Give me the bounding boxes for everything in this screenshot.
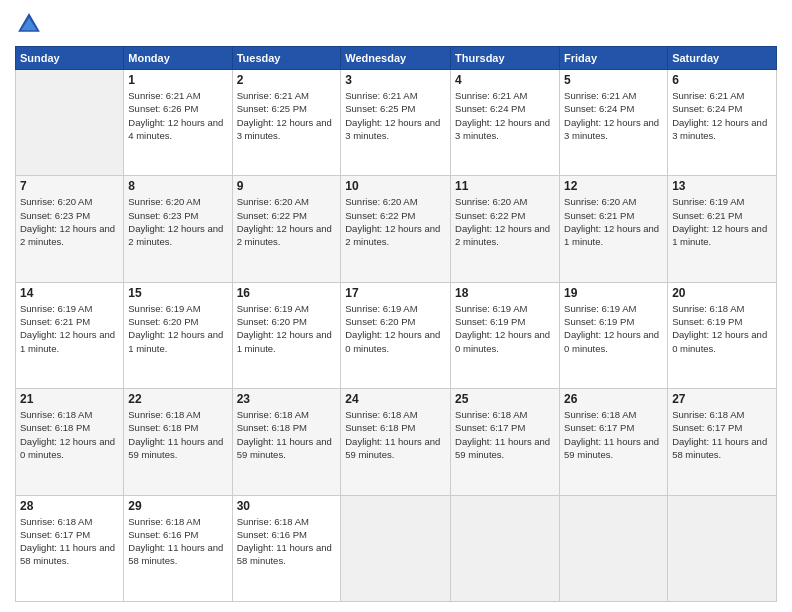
day-number: 9 [237, 179, 337, 193]
calendar-table: SundayMondayTuesdayWednesdayThursdayFrid… [15, 46, 777, 602]
weekday-header-saturday: Saturday [668, 47, 777, 70]
calendar-cell: 11Sunrise: 6:20 AMSunset: 6:22 PMDayligh… [451, 176, 560, 282]
day-info: Sunrise: 6:18 AMSunset: 6:18 PMDaylight:… [345, 408, 446, 461]
calendar-cell [16, 70, 124, 176]
weekday-header-thursday: Thursday [451, 47, 560, 70]
logo-icon [15, 10, 43, 38]
calendar-cell: 24Sunrise: 6:18 AMSunset: 6:18 PMDayligh… [341, 389, 451, 495]
day-info: Sunrise: 6:19 AMSunset: 6:20 PMDaylight:… [237, 302, 337, 355]
day-info: Sunrise: 6:21 AMSunset: 6:24 PMDaylight:… [564, 89, 663, 142]
calendar-cell: 15Sunrise: 6:19 AMSunset: 6:20 PMDayligh… [124, 282, 232, 388]
day-info: Sunrise: 6:18 AMSunset: 6:18 PMDaylight:… [20, 408, 119, 461]
day-number: 7 [20, 179, 119, 193]
calendar-cell: 28Sunrise: 6:18 AMSunset: 6:17 PMDayligh… [16, 495, 124, 601]
calendar-cell [341, 495, 451, 601]
weekday-header-monday: Monday [124, 47, 232, 70]
calendar-cell: 10Sunrise: 6:20 AMSunset: 6:22 PMDayligh… [341, 176, 451, 282]
day-number: 25 [455, 392, 555, 406]
day-number: 22 [128, 392, 227, 406]
calendar-cell: 29Sunrise: 6:18 AMSunset: 6:16 PMDayligh… [124, 495, 232, 601]
day-number: 30 [237, 499, 337, 513]
day-number: 19 [564, 286, 663, 300]
day-number: 29 [128, 499, 227, 513]
day-info: Sunrise: 6:18 AMSunset: 6:16 PMDaylight:… [237, 515, 337, 568]
day-info: Sunrise: 6:20 AMSunset: 6:22 PMDaylight:… [237, 195, 337, 248]
day-info: Sunrise: 6:20 AMSunset: 6:23 PMDaylight:… [20, 195, 119, 248]
day-number: 3 [345, 73, 446, 87]
calendar-cell: 27Sunrise: 6:18 AMSunset: 6:17 PMDayligh… [668, 389, 777, 495]
day-info: Sunrise: 6:19 AMSunset: 6:20 PMDaylight:… [128, 302, 227, 355]
calendar-cell: 6Sunrise: 6:21 AMSunset: 6:24 PMDaylight… [668, 70, 777, 176]
day-info: Sunrise: 6:21 AMSunset: 6:26 PMDaylight:… [128, 89, 227, 142]
calendar-cell: 18Sunrise: 6:19 AMSunset: 6:19 PMDayligh… [451, 282, 560, 388]
day-number: 4 [455, 73, 555, 87]
day-info: Sunrise: 6:21 AMSunset: 6:24 PMDaylight:… [455, 89, 555, 142]
calendar-cell [668, 495, 777, 601]
calendar-cell: 25Sunrise: 6:18 AMSunset: 6:17 PMDayligh… [451, 389, 560, 495]
calendar-cell: 20Sunrise: 6:18 AMSunset: 6:19 PMDayligh… [668, 282, 777, 388]
day-number: 12 [564, 179, 663, 193]
day-number: 24 [345, 392, 446, 406]
day-number: 20 [672, 286, 772, 300]
day-info: Sunrise: 6:19 AMSunset: 6:19 PMDaylight:… [455, 302, 555, 355]
day-number: 15 [128, 286, 227, 300]
calendar-cell: 21Sunrise: 6:18 AMSunset: 6:18 PMDayligh… [16, 389, 124, 495]
day-number: 1 [128, 73, 227, 87]
day-number: 16 [237, 286, 337, 300]
day-info: Sunrise: 6:18 AMSunset: 6:19 PMDaylight:… [672, 302, 772, 355]
day-number: 27 [672, 392, 772, 406]
day-number: 23 [237, 392, 337, 406]
day-info: Sunrise: 6:19 AMSunset: 6:20 PMDaylight:… [345, 302, 446, 355]
day-number: 21 [20, 392, 119, 406]
weekday-header-friday: Friday [560, 47, 668, 70]
calendar-cell: 8Sunrise: 6:20 AMSunset: 6:23 PMDaylight… [124, 176, 232, 282]
calendar-cell: 16Sunrise: 6:19 AMSunset: 6:20 PMDayligh… [232, 282, 341, 388]
calendar-cell: 5Sunrise: 6:21 AMSunset: 6:24 PMDaylight… [560, 70, 668, 176]
calendar-cell: 26Sunrise: 6:18 AMSunset: 6:17 PMDayligh… [560, 389, 668, 495]
calendar-cell: 23Sunrise: 6:18 AMSunset: 6:18 PMDayligh… [232, 389, 341, 495]
day-number: 14 [20, 286, 119, 300]
day-number: 2 [237, 73, 337, 87]
day-info: Sunrise: 6:19 AMSunset: 6:19 PMDaylight:… [564, 302, 663, 355]
calendar-cell: 1Sunrise: 6:21 AMSunset: 6:26 PMDaylight… [124, 70, 232, 176]
calendar-cell: 14Sunrise: 6:19 AMSunset: 6:21 PMDayligh… [16, 282, 124, 388]
day-info: Sunrise: 6:21 AMSunset: 6:25 PMDaylight:… [237, 89, 337, 142]
day-number: 13 [672, 179, 772, 193]
calendar-cell: 7Sunrise: 6:20 AMSunset: 6:23 PMDaylight… [16, 176, 124, 282]
day-info: Sunrise: 6:18 AMSunset: 6:17 PMDaylight:… [564, 408, 663, 461]
day-info: Sunrise: 6:20 AMSunset: 6:21 PMDaylight:… [564, 195, 663, 248]
weekday-header-tuesday: Tuesday [232, 47, 341, 70]
day-number: 26 [564, 392, 663, 406]
weekday-header-wednesday: Wednesday [341, 47, 451, 70]
calendar-cell: 13Sunrise: 6:19 AMSunset: 6:21 PMDayligh… [668, 176, 777, 282]
weekday-header-sunday: Sunday [16, 47, 124, 70]
day-number: 11 [455, 179, 555, 193]
calendar-cell [451, 495, 560, 601]
calendar-cell: 9Sunrise: 6:20 AMSunset: 6:22 PMDaylight… [232, 176, 341, 282]
day-number: 6 [672, 73, 772, 87]
day-number: 28 [20, 499, 119, 513]
day-info: Sunrise: 6:20 AMSunset: 6:22 PMDaylight:… [455, 195, 555, 248]
calendar-cell: 3Sunrise: 6:21 AMSunset: 6:25 PMDaylight… [341, 70, 451, 176]
calendar-cell: 17Sunrise: 6:19 AMSunset: 6:20 PMDayligh… [341, 282, 451, 388]
day-info: Sunrise: 6:20 AMSunset: 6:22 PMDaylight:… [345, 195, 446, 248]
day-number: 8 [128, 179, 227, 193]
day-number: 18 [455, 286, 555, 300]
day-info: Sunrise: 6:19 AMSunset: 6:21 PMDaylight:… [672, 195, 772, 248]
header [15, 10, 777, 38]
day-info: Sunrise: 6:21 AMSunset: 6:24 PMDaylight:… [672, 89, 772, 142]
calendar-cell: 4Sunrise: 6:21 AMSunset: 6:24 PMDaylight… [451, 70, 560, 176]
day-info: Sunrise: 6:18 AMSunset: 6:18 PMDaylight:… [237, 408, 337, 461]
calendar-cell: 12Sunrise: 6:20 AMSunset: 6:21 PMDayligh… [560, 176, 668, 282]
calendar-cell: 2Sunrise: 6:21 AMSunset: 6:25 PMDaylight… [232, 70, 341, 176]
day-info: Sunrise: 6:20 AMSunset: 6:23 PMDaylight:… [128, 195, 227, 248]
day-info: Sunrise: 6:18 AMSunset: 6:18 PMDaylight:… [128, 408, 227, 461]
calendar-cell: 22Sunrise: 6:18 AMSunset: 6:18 PMDayligh… [124, 389, 232, 495]
calendar-cell [560, 495, 668, 601]
day-number: 5 [564, 73, 663, 87]
day-info: Sunrise: 6:18 AMSunset: 6:17 PMDaylight:… [672, 408, 772, 461]
day-info: Sunrise: 6:18 AMSunset: 6:16 PMDaylight:… [128, 515, 227, 568]
calendar-page: SundayMondayTuesdayWednesdayThursdayFrid… [0, 0, 792, 612]
day-number: 17 [345, 286, 446, 300]
calendar-cell: 19Sunrise: 6:19 AMSunset: 6:19 PMDayligh… [560, 282, 668, 388]
